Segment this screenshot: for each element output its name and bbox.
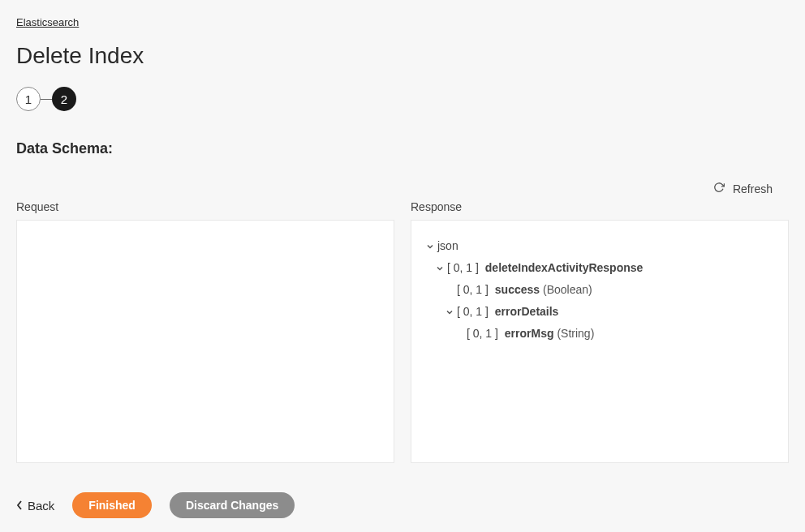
tree-node-errormsg[interactable]: [ 0, 1 ] errorMsg (String)	[423, 323, 777, 345]
refresh-label: Refresh	[733, 182, 773, 195]
request-panel	[16, 220, 394, 463]
request-label: Request	[16, 200, 394, 213]
tree-label: [ 0, 1 ] errorDetails	[457, 303, 558, 320]
tree-label: [ 0, 1 ] deleteIndexActivityResponse	[447, 260, 643, 277]
chevron-left-icon	[16, 499, 23, 513]
tree-label: [ 0, 1 ] errorMsg (String)	[467, 325, 594, 342]
chevron-down-icon[interactable]	[433, 264, 447, 272]
stepper: 1 2	[16, 87, 789, 111]
section-title: Data Schema:	[16, 140, 789, 157]
step-1[interactable]: 1	[16, 87, 41, 111]
back-button[interactable]: Back	[16, 499, 54, 513]
refresh-icon	[713, 182, 725, 195]
footer-actions: Back Finished Discard Changes	[16, 492, 789, 518]
page-title: Delete Index	[16, 43, 789, 69]
back-label: Back	[28, 499, 54, 513]
discard-changes-button[interactable]: Discard Changes	[170, 492, 295, 518]
tree-node-deleteindexactivityresponse[interactable]: [ 0, 1 ] deleteIndexActivityResponse	[423, 257, 777, 279]
tree-label: [ 0, 1 ] success (Boolean)	[457, 281, 592, 298]
tree-node-errordetails[interactable]: [ 0, 1 ] errorDetails	[423, 301, 777, 323]
tree-node-success[interactable]: [ 0, 1 ] success (Boolean)	[423, 279, 777, 301]
step-2[interactable]: 2	[52, 87, 76, 111]
refresh-button[interactable]: Refresh	[713, 182, 773, 195]
response-panel: json [ 0, 1 ] deleteIndexActivityRespons…	[411, 220, 789, 463]
response-label: Response	[411, 200, 789, 213]
chevron-down-icon[interactable]	[423, 242, 437, 251]
step-connector	[41, 99, 52, 100]
breadcrumb-link-elasticsearch[interactable]: Elasticsearch	[16, 16, 79, 28]
breadcrumb: Elasticsearch	[16, 16, 789, 28]
tree-node-json[interactable]: json	[423, 235, 777, 257]
chevron-down-icon[interactable]	[442, 308, 457, 316]
tree-label: json	[437, 238, 458, 255]
finished-button[interactable]: Finished	[72, 492, 152, 518]
